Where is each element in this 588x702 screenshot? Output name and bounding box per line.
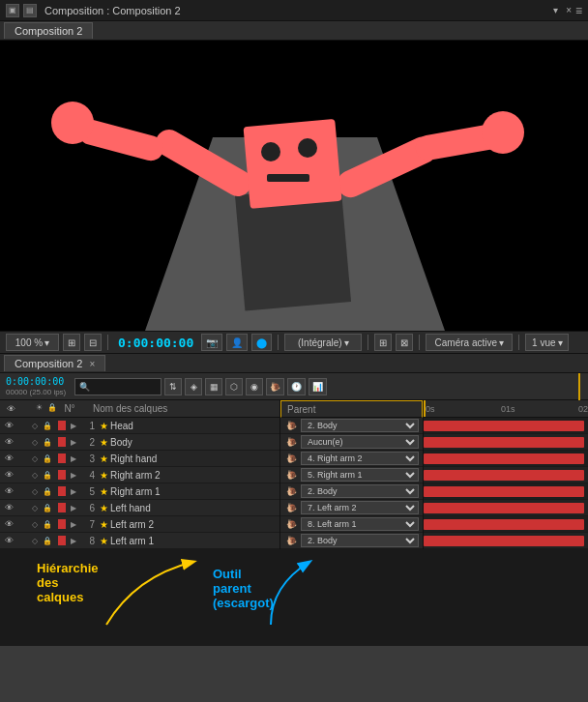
camera-dropdown[interactable]: Caméra active ▾	[426, 334, 513, 351]
comp-tab[interactable]: Composition 2	[4, 22, 93, 39]
sort-btn[interactable]: ⇅	[164, 378, 182, 395]
layer-row-7[interactable]: 👁 ◇ 🔒 ▶ 7 ★ Left arm 2	[0, 516, 279, 533]
track-bar-5[interactable]	[424, 486, 584, 497]
lock-toggle-6[interactable]: 🔒	[42, 501, 53, 514]
layer-star-5[interactable]: ★	[97, 486, 110, 497]
search-input[interactable]	[90, 378, 158, 395]
clock-btn[interactable]: 🕐	[287, 378, 306, 395]
fit-btn[interactable]: ⊞	[63, 334, 80, 351]
track-bar-6[interactable]	[424, 503, 584, 513]
vis-toggle-5[interactable]: 👁	[2, 484, 15, 498]
snail-icon-3[interactable]: 🐌	[284, 453, 298, 463]
audio-toggle-8[interactable]	[16, 534, 28, 547]
solo-toggle-3[interactable]: ◇	[29, 452, 41, 465]
track-bar-7[interactable]	[424, 519, 584, 530]
snail-icon-6[interactable]: 🐌	[284, 503, 298, 512]
snail-icon-7[interactable]: 🐌	[284, 519, 298, 529]
layer-expand-7[interactable]: ▶	[68, 520, 79, 529]
vis-toggle-4[interactable]: 👁	[2, 468, 15, 482]
solo-toggle-1[interactable]: ◇	[29, 419, 41, 432]
layer-row-8[interactable]: 👁 ◇ 🔒 ▶ 8 ★ Left arm 1	[0, 533, 279, 549]
layer-expand-1[interactable]: ▶	[68, 422, 79, 430]
zoom-dropdown[interactable]: 100 % ▾	[6, 334, 59, 351]
parent-select-8[interactable]: 2. Body	[301, 534, 419, 547]
layer-row-3[interactable]: 👁 ◇ 🔒 ▶ 3 ★ Right hand	[0, 451, 279, 467]
menu-icon[interactable]: ≡	[575, 4, 582, 17]
track-bar-8[interactable]	[424, 536, 584, 546]
layer-expand-8[interactable]: ▶	[68, 537, 79, 545]
track-bar-3[interactable]	[424, 453, 584, 464]
lock-toggle-1[interactable]: 🔒	[42, 419, 53, 432]
layer-star-2[interactable]: ★	[97, 437, 110, 448]
title-close-btn[interactable]: ×	[566, 5, 572, 15]
parent-select-4[interactable]: 5. Right arm 1	[301, 468, 419, 482]
vis-toggle-7[interactable]: 👁	[2, 517, 15, 531]
layer-expand-2[interactable]: ▶	[68, 438, 79, 447]
layer-star-6[interactable]: ★	[97, 503, 110, 513]
timeline-tab[interactable]: Composition 2 ×	[4, 355, 105, 371]
layer-row-1[interactable]: 👁 ◇ 🔒 ▶ 1 ★ Head	[0, 418, 279, 434]
audio-toggle-3[interactable]	[16, 452, 28, 465]
compose-btn[interactable]: ◈	[185, 378, 202, 395]
lock-toggle-7[interactable]: 🔒	[42, 517, 53, 531]
layer-expand-3[interactable]: ▶	[68, 454, 79, 463]
title-dropdown[interactable]: ▾	[553, 5, 558, 15]
audio-toggle-1[interactable]	[16, 419, 28, 432]
audio-toggle-5[interactable]	[16, 484, 28, 498]
track-bar-4[interactable]	[424, 470, 584, 481]
timecode-display[interactable]: 0:00:00:00	[118, 336, 193, 350]
vis-toggle-3[interactable]: 👁	[2, 452, 15, 465]
lock-toggle-3[interactable]: 🔒	[42, 452, 53, 465]
vis-toggle-6[interactable]: 👁	[2, 501, 15, 514]
track-bar-1[interactable]	[424, 421, 584, 431]
timeline-tab-close[interactable]: ×	[89, 359, 95, 369]
solo-toggle-8[interactable]: ◇	[29, 534, 41, 547]
solo-toggle-2[interactable]: ◇	[29, 435, 41, 449]
solo-toggle-5[interactable]: ◇	[29, 484, 41, 498]
integ-dropdown[interactable]: (Intégrale) ▾	[284, 334, 362, 351]
layer-expand-6[interactable]: ▶	[68, 504, 79, 512]
parent-select-5[interactable]: 2. Body	[301, 484, 419, 498]
layer-star-4[interactable]: ★	[97, 470, 110, 481]
lock-toggle-2[interactable]: 🔒	[42, 435, 53, 449]
layer-row-5[interactable]: 👁 ◇ 🔒 ▶ 5 ★ Right arm 1	[0, 483, 279, 500]
mask-btn[interactable]: ⬡	[225, 378, 243, 395]
layer-star-3[interactable]: ★	[97, 453, 110, 464]
layer-row-2[interactable]: 👁 ◇ 🔒 ▶ 2 ★ Body	[0, 434, 279, 451]
parent-select-1[interactable]: 2. Body	[301, 419, 419, 432]
parent-select-3[interactable]: 4. Right arm 2	[301, 452, 419, 465]
person-btn[interactable]: 👤	[226, 334, 248, 351]
parent-select-2[interactable]: Aucun(e)	[301, 435, 419, 449]
lock-toggle-8[interactable]: 🔒	[42, 534, 53, 547]
layer-star-8[interactable]: ★	[97, 536, 110, 546]
vis-toggle-2[interactable]: 👁	[2, 435, 15, 449]
solo-toggle-6[interactable]: ◇	[29, 501, 41, 514]
layer-expand-5[interactable]: ▶	[68, 487, 79, 496]
vis-toggle-8[interactable]: 👁	[2, 534, 15, 547]
snail-icon-2[interactable]: 🐌	[284, 437, 298, 447]
color-btn[interactable]: ⬤	[251, 334, 272, 351]
layer-row-4[interactable]: 👁 ◇ 🔒 ▶ 4 ★ Right arm 2	[0, 467, 279, 483]
layer-row-6[interactable]: 👁 ◇ 🔒 ▶ 6 ★ Left hand	[0, 500, 279, 516]
audio-toggle-6[interactable]	[16, 501, 28, 514]
snail-icon-4[interactable]: 🐌	[284, 470, 298, 480]
audio-toggle-4[interactable]	[16, 468, 28, 482]
squares-btn[interactable]: ⊠	[396, 334, 413, 351]
solo-toggle-7[interactable]: ◇	[29, 517, 41, 531]
graph-btn[interactable]: 📊	[309, 378, 327, 395]
layer-expand-4[interactable]: ▶	[68, 471, 79, 480]
search-box[interactable]: 🔍	[74, 378, 162, 395]
lock-toggle-4[interactable]: 🔒	[42, 468, 53, 482]
track-bar-2[interactable]	[424, 437, 584, 448]
parent-select-7[interactable]: 8. Left arm 1	[301, 517, 419, 531]
layer-star-1[interactable]: ★	[97, 421, 110, 431]
audio-toggle-2[interactable]	[16, 435, 28, 449]
camera-snapshot[interactable]: 📷	[201, 334, 222, 351]
audio-toggle-7[interactable]	[16, 517, 28, 531]
view-dropdown[interactable]: 1 vue ▾	[525, 334, 569, 351]
vis-toggle-1[interactable]: 👁	[2, 419, 15, 432]
snail-btn[interactable]: 🐌	[266, 378, 284, 395]
grid2-btn[interactable]: ⊞	[374, 334, 392, 351]
snail-icon-1[interactable]: 🐌	[284, 421, 298, 430]
solo-toggle-4[interactable]: ◇	[29, 468, 41, 482]
